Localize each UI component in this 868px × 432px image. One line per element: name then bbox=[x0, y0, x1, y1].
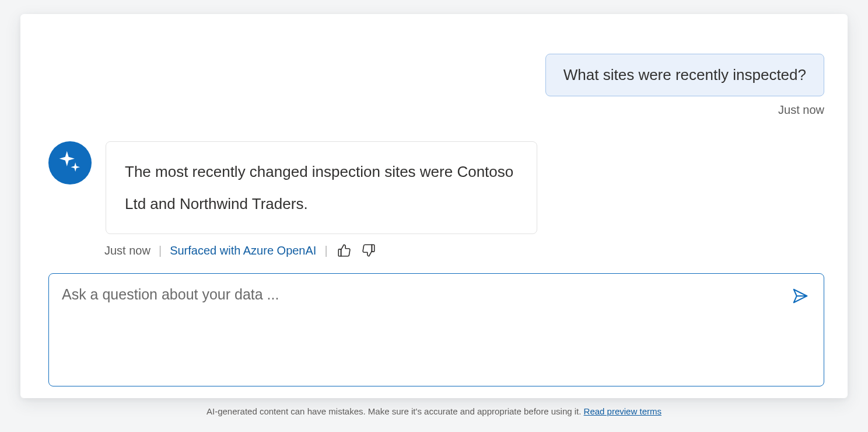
chat-input[interactable] bbox=[62, 284, 785, 372]
messages-area: What sites were recently inspected? Just… bbox=[48, 42, 824, 263]
thumbs-up-button[interactable] bbox=[336, 242, 352, 259]
bot-message-meta: Just now | Surfaced with Azure OpenAI | bbox=[104, 242, 537, 259]
user-message-bubble: What sites were recently inspected? bbox=[545, 54, 824, 96]
meta-separator: | bbox=[324, 244, 327, 257]
preview-terms-link[interactable]: Read preview terms bbox=[584, 406, 662, 416]
bot-message-bubble: The most recently changed inspection sit… bbox=[106, 141, 537, 234]
user-message-row: What sites were recently inspected? Just… bbox=[48, 54, 824, 117]
bot-message-row: The most recently changed inspection sit… bbox=[48, 141, 824, 259]
send-icon bbox=[792, 287, 809, 305]
thumbs-down-icon bbox=[361, 243, 376, 258]
user-message-text: What sites were recently inspected? bbox=[564, 66, 806, 83]
thumbs-up-icon bbox=[337, 243, 352, 258]
bot-message-column: The most recently changed inspection sit… bbox=[106, 141, 537, 259]
sparkle-icon bbox=[58, 149, 82, 176]
bot-avatar bbox=[48, 141, 92, 184]
chat-input-area[interactable] bbox=[48, 273, 824, 386]
chat-card: What sites were recently inspected? Just… bbox=[20, 14, 848, 398]
ai-disclaimer: AI-generated content can have mistakes. … bbox=[20, 398, 848, 416]
disclaimer-text: AI-generated content can have mistakes. … bbox=[206, 406, 584, 416]
bot-message-text: The most recently changed inspection sit… bbox=[125, 163, 513, 212]
thumbs-down-button[interactable] bbox=[360, 242, 377, 259]
bot-message-timestamp: Just now bbox=[104, 244, 150, 257]
meta-separator: | bbox=[159, 244, 162, 257]
user-message-timestamp: Just now bbox=[778, 103, 824, 117]
bot-source-link[interactable]: Surfaced with Azure OpenAI bbox=[170, 244, 316, 257]
send-button[interactable] bbox=[790, 285, 811, 306]
